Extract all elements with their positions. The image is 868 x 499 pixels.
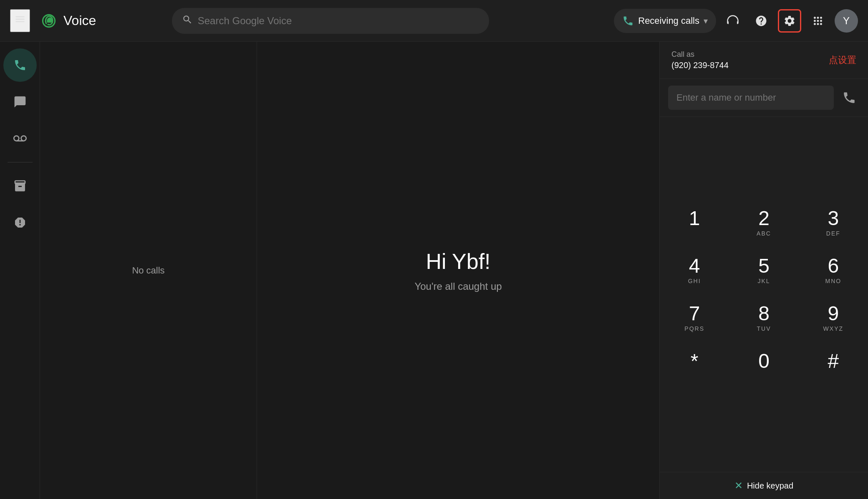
dial-call-button[interactable] [839, 87, 860, 108]
sidebar-item-spam[interactable] [3, 206, 37, 239]
dialer-panel: Call as (920) 239-8744 点设置 1 [659, 42, 868, 499]
logo-text: Voice [63, 13, 96, 28]
search-input[interactable] [198, 15, 479, 27]
help-icon [755, 15, 767, 27]
report-icon [13, 216, 27, 229]
keypad-key-0[interactable]: 0 [729, 342, 798, 390]
dial-phone-icon [842, 91, 856, 105]
hide-keypad-icon: ✕ [734, 480, 743, 491]
no-calls-label: No calls [132, 265, 164, 276]
archive-icon [13, 179, 27, 193]
sidebar-item-calls[interactable] [3, 48, 37, 82]
keypad-key-2[interactable]: 2 ABC [729, 199, 798, 247]
apps-icon [812, 15, 824, 27]
avatar-letter: Y [843, 15, 850, 27]
call-as-number: (920) 239-8744 [671, 61, 729, 70]
headset-button[interactable] [721, 9, 744, 33]
help-button[interactable] [749, 9, 773, 33]
number-input[interactable] [668, 86, 834, 110]
headset-icon [727, 15, 739, 27]
sidebar-item-messages[interactable] [3, 85, 37, 119]
keypad-key-1[interactable]: 1 [660, 199, 729, 247]
apps-button[interactable] [806, 9, 830, 33]
sidebar [0, 42, 40, 499]
empty-state-title: Hi Ybf! [426, 249, 490, 274]
keypad-key-7[interactable]: 7 PQRS [660, 294, 729, 342]
call-as-info: Call as (920) 239-8744 [671, 50, 729, 70]
settings-button[interactable] [778, 9, 801, 33]
search-icon [182, 14, 193, 28]
phone-icon [13, 58, 27, 72]
keypad-key-4[interactable]: 4 GHI [660, 247, 729, 294]
main-layout: No calls Hi Ybf! You're all caught up Ca… [0, 42, 868, 499]
keypad: 1 2 ABC 3 DEF 4 GHI [660, 117, 868, 472]
keypad-key-6[interactable]: 6 MNO [799, 247, 868, 294]
receiving-calls-icon [622, 15, 634, 27]
keypad-key-3[interactable]: 3 DEF [799, 199, 868, 247]
sidebar-item-archive[interactable] [3, 169, 37, 203]
hide-keypad-button[interactable]: ✕ Hide keypad [660, 472, 868, 499]
call-as-section: Call as (920) 239-8744 点设置 [660, 42, 868, 79]
menu-button[interactable] [10, 9, 30, 32]
keypad-key-9[interactable]: 9 WXYZ [799, 294, 868, 342]
number-input-row [660, 79, 868, 117]
calls-list-panel: No calls [40, 42, 257, 499]
keypad-key-hash[interactable]: # [799, 342, 868, 390]
settings-link[interactable]: 点设置 [829, 54, 856, 66]
chevron-down-icon: ▾ [704, 16, 708, 26]
sidebar-item-voicemail[interactable] [3, 122, 37, 155]
call-as-label: Call as [671, 50, 729, 59]
header: Voice Receiving calls ▾ [0, 0, 868, 42]
receiving-calls-label: Receiving calls [638, 15, 699, 26]
avatar-button[interactable]: Y [835, 9, 858, 33]
empty-state-subtitle: You're all caught up [414, 281, 502, 292]
logo-area: Voice [38, 10, 105, 31]
search-bar [172, 8, 489, 34]
hide-keypad-label: Hide keypad [747, 481, 793, 491]
keypad-key-5[interactable]: 5 JKL [729, 247, 798, 294]
voice-logo-icon [38, 10, 59, 31]
keypad-key-star[interactable]: * [660, 342, 729, 390]
main-empty-state: Hi Ybf! You're all caught up [257, 42, 659, 499]
settings-icon [783, 15, 796, 27]
keypad-grid: 1 2 ABC 3 DEF 4 GHI [660, 199, 868, 390]
message-icon [13, 95, 27, 109]
keypad-key-8[interactable]: 8 TUV [729, 294, 798, 342]
header-actions: Receiving calls ▾ Y [614, 9, 858, 33]
content-area: No calls Hi Ybf! You're all caught up Ca… [40, 42, 868, 499]
receiving-calls-button[interactable]: Receiving calls ▾ [614, 9, 716, 33]
voicemail-icon [13, 132, 27, 145]
sidebar-divider [8, 162, 33, 162]
